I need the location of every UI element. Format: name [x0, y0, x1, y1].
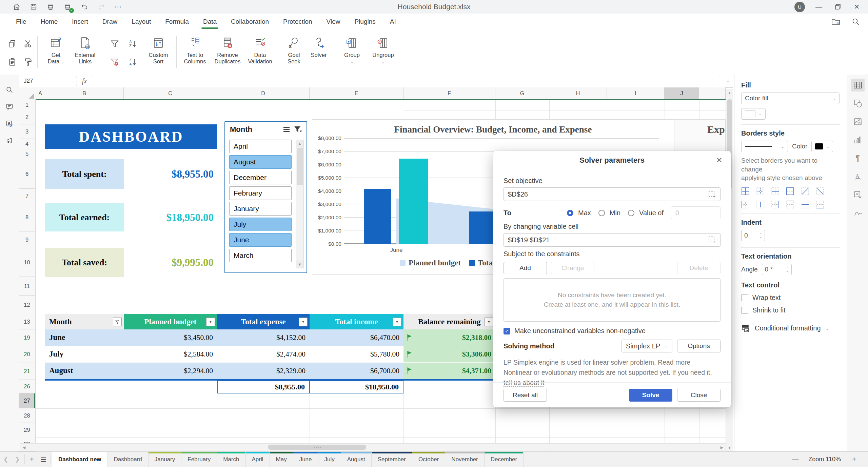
sheet-tab[interactable]: June [293, 452, 318, 467]
row-header[interactable]: 7 [19, 189, 35, 203]
column-header[interactable]: I [607, 87, 665, 99]
filter-icon[interactable] [108, 36, 121, 52]
sheet-tab[interactable]: Dashboard new [52, 452, 108, 467]
select-all-corner[interactable] [19, 87, 36, 100]
menu-item[interactable]: Formula [158, 14, 196, 30]
fill-type-select[interactable]: Color fill⌄ [741, 93, 840, 104]
slicer-scroll-up-icon[interactable]: ▲ [296, 140, 303, 147]
slicer-item[interactable]: April [229, 140, 292, 153]
row-header[interactable]: 6 [19, 159, 35, 189]
border-outside-icon[interactable] [786, 187, 794, 196]
external-links-button[interactable]: ExternalLinks [71, 35, 100, 71]
column-header[interactable]: H [549, 87, 607, 99]
border-right-icon[interactable] [771, 200, 780, 209]
menu-item[interactable]: Collaboration [224, 14, 276, 30]
avatar[interactable]: U [794, 2, 805, 12]
redo-icon[interactable] [96, 2, 106, 12]
scroll-left-icon[interactable]: ◀ [20, 444, 28, 451]
table-header-expense[interactable]: Total expense▼ [217, 314, 310, 329]
table-header-month[interactable]: Month [45, 314, 124, 329]
solve-button[interactable]: Solve [629, 389, 672, 402]
comments-icon[interactable] [0, 101, 19, 113]
slicer-scroll-thumb[interactable] [297, 148, 303, 185]
solving-method-select[interactable]: Simplex LP⌄ [622, 340, 672, 352]
slicer-item[interactable]: August [229, 155, 292, 169]
angle-stepper[interactable]: 0 °⌃⌄ [762, 264, 792, 275]
column-header[interactable]: C [124, 87, 217, 99]
row-header[interactable]: 20 [19, 346, 35, 363]
income-dropdown-icon[interactable]: ▼ [393, 318, 401, 326]
menu-item[interactable]: File [9, 14, 34, 30]
feedback-icon[interactable] [0, 135, 19, 146]
tabs-scroll-left-icon[interactable]: ❮ [0, 452, 12, 467]
text-to-columns-button[interactable]: Text toColumns [180, 35, 210, 71]
total-income-cell[interactable]: $18,950.00 [310, 381, 403, 393]
row-header[interactable]: 12 [19, 296, 35, 314]
sheet-tab[interactable]: November [445, 452, 484, 467]
sheet-tab[interactable]: August [341, 452, 372, 467]
row-header[interactable]: 9 [19, 231, 35, 248]
row-header[interactable]: 26 [19, 380, 35, 393]
sheet-list-icon[interactable]: ☰ [38, 452, 49, 467]
row-header[interactable]: 19 [19, 329, 35, 346]
table-header-planned[interactable]: Planned budget▼ [124, 314, 217, 329]
planned-dropdown-icon[interactable]: ▼ [206, 318, 215, 326]
solver-button[interactable]: Solver [307, 35, 331, 71]
row-header[interactable]: 27 [19, 393, 35, 408]
copy-icon[interactable] [5, 36, 19, 52]
row-header[interactable]: 1 [19, 100, 35, 110]
row-header[interactable]: 29 [19, 423, 35, 437]
slicer-scrollbar[interactable]: ▲ ▼ [296, 140, 304, 268]
slicer-item[interactable]: February [229, 186, 292, 200]
options-button[interactable]: Options [677, 340, 721, 352]
menu-item[interactable]: Plugins [347, 14, 382, 30]
column-header[interactable] [699, 87, 726, 99]
menu-item[interactable]: Data [196, 14, 224, 30]
search-sidebar-icon[interactable] [0, 84, 19, 96]
read-more-link[interactable]: Read more [658, 359, 690, 366]
border-diagonal-down-icon[interactable] [816, 187, 824, 196]
menu-item[interactable]: View [319, 14, 348, 30]
cell-settings-icon[interactable] [851, 79, 865, 92]
border-inside-icon[interactable] [756, 187, 765, 196]
slicer-item[interactable]: June [229, 233, 292, 247]
sheet-tab[interactable]: May [270, 452, 293, 467]
print-icon[interactable] [45, 2, 56, 12]
slicer-item[interactable]: March [229, 249, 292, 262]
cut-icon[interactable] [21, 36, 35, 52]
menu-item[interactable]: Protection [276, 14, 319, 30]
row-header[interactable]: 11 [19, 277, 35, 296]
minimize-button[interactable]: — [814, 2, 824, 12]
reset-all-button[interactable]: Reset all [504, 389, 547, 402]
value-of-radio[interactable] [628, 210, 634, 216]
row-header[interactable]: 28 [19, 408, 35, 423]
column-header[interactable]: D [217, 87, 310, 99]
sheet-tab[interactable]: July [318, 452, 341, 467]
row-header[interactable]: 21 [19, 363, 35, 380]
sheet-tab[interactable]: January [149, 452, 181, 467]
horizontal-scroll-thumb[interactable] [268, 445, 366, 450]
close-button[interactable]: Close [677, 389, 721, 402]
sheet-tab[interactable]: February [181, 452, 217, 467]
sheet-tab[interactable]: October [412, 452, 445, 467]
remove-duplicates-button[interactable]: RemoveDuplicates [213, 35, 242, 71]
non-negative-checkbox[interactable]: ✓ Make unconstrained variables non-negat… [504, 327, 721, 335]
horizontal-scrollbar[interactable]: ◀ ▶ [20, 443, 726, 451]
dialog-close-icon[interactable]: ✕ [714, 156, 724, 165]
shape-settings-icon[interactable] [851, 97, 865, 110]
goal-seek-button[interactable]: x GoalSeek [282, 35, 306, 71]
ungroup-button[interactable]: Ungroup⌄ [368, 35, 398, 71]
sort-az-icon[interactable]: AZ [126, 36, 140, 52]
shrink-to-fit-checkbox[interactable]: Shrink to fit [741, 306, 840, 314]
slicer-item[interactable]: January [229, 202, 292, 216]
table-header-income[interactable]: Total income▼ [310, 314, 403, 329]
expense-dropdown-icon[interactable]: ▼ [299, 318, 308, 326]
formula-bar-collapse-icon[interactable]: ⌄ [723, 79, 733, 83]
conditional-formatting-button[interactable]: Conditional formatting ⌄ [741, 324, 840, 333]
open-file-location-icon[interactable] [831, 18, 840, 26]
border-inside-vertical-icon[interactable] [756, 200, 765, 209]
border-line-style-select[interactable]: ⌄ [741, 141, 788, 152]
row-header[interactable]: 3 [19, 124, 35, 139]
sheet-tab[interactable]: Dashboard [108, 452, 149, 467]
month-filter-icon[interactable] [113, 318, 122, 326]
